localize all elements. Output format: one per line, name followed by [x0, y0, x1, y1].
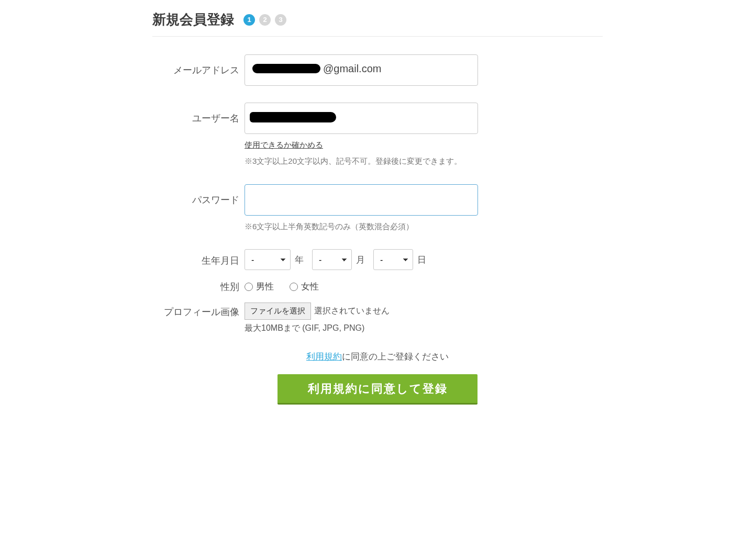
password-hint: ※6文字以上半角英数記号のみ（英数混合必須） [245, 221, 603, 233]
submit-register-button[interactable]: 利用規約に同意して登録 [277, 374, 478, 405]
day-unit: 日 [417, 254, 426, 266]
terms-suffix: に同意の上ご登録ください [342, 352, 449, 362]
profile-image-label: プロフィール画像 [152, 303, 245, 318]
year-unit: 年 [295, 254, 304, 266]
gender-female-label: 女性 [301, 281, 319, 293]
username-field[interactable] [245, 103, 478, 134]
month-select[interactable]: - [312, 249, 352, 270]
gender-male-label: 男性 [256, 281, 274, 293]
day-select[interactable]: - [373, 249, 413, 270]
step-indicator: 1 2 3 [243, 14, 286, 26]
email-label: メールアドレス [152, 54, 245, 76]
gender-female-option[interactable]: 女性 [290, 281, 319, 293]
month-unit: 月 [356, 254, 365, 266]
terms-agreement-line: 利用規約に同意の上ご登録ください [152, 351, 603, 363]
page-title: 新規会員登録 [152, 10, 234, 29]
file-hint: 最大10MBまで (GIF, JPG, PNG) [245, 323, 603, 334]
gender-label: 性別 [152, 279, 245, 293]
gender-male-radio[interactable] [245, 283, 253, 291]
password-field[interactable] [245, 184, 478, 216]
email-visible-fragment: @gmail.com [323, 63, 381, 75]
year-select[interactable]: - [245, 249, 291, 270]
page-header: 新規会員登録 1 2 3 [152, 10, 603, 37]
username-hint: ※3文字以上20文字以内、記号不可。登録後に変更できます。 [245, 155, 603, 167]
check-availability-link[interactable]: 使用できるか確かめる [245, 140, 323, 150]
file-choose-button[interactable]: ファイルを選択 [245, 303, 311, 320]
username-label: ユーザー名 [152, 103, 245, 125]
file-status-text: 選択されていません [314, 306, 390, 317]
step-3: 3 [275, 14, 286, 26]
step-2: 2 [259, 14, 271, 26]
terms-link[interactable]: 利用規約 [306, 352, 342, 362]
gender-male-option[interactable]: 男性 [245, 281, 274, 293]
password-label: パスワード [152, 184, 245, 206]
birthdate-label: 生年月日 [152, 249, 245, 267]
gender-female-radio[interactable] [290, 283, 298, 291]
step-1: 1 [243, 14, 255, 26]
